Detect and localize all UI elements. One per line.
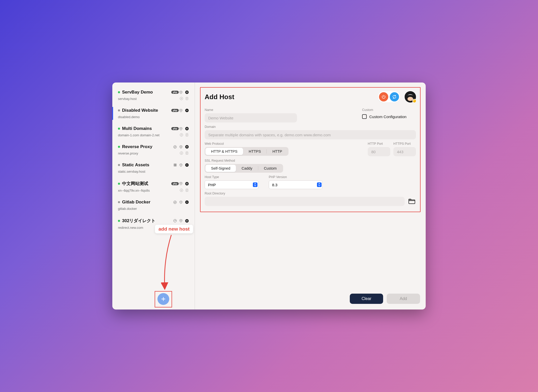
svg-rect-10 bbox=[186, 128, 187, 129]
protocol-option-https[interactable]: HTTPS bbox=[243, 148, 267, 155]
status-dot-icon bbox=[118, 164, 120, 166]
svg-rect-11 bbox=[187, 128, 187, 129]
root-directory-input[interactable] bbox=[205, 197, 405, 206]
app-window: ServBay Demophpservbay.hostDisabled Webs… bbox=[112, 82, 426, 310]
swap-icon bbox=[173, 200, 177, 204]
compass-icon bbox=[180, 97, 183, 100]
svg-point-27 bbox=[185, 182, 188, 185]
host-type-label: Host Type bbox=[205, 175, 258, 179]
play-icon bbox=[185, 108, 189, 112]
clear-button[interactable]: Clear bbox=[350, 294, 383, 304]
status-dot-icon bbox=[118, 146, 120, 148]
compass-icon bbox=[180, 225, 183, 229]
sidebar-host-item[interactable]: ServBay Demophpservbay.host bbox=[112, 86, 195, 104]
svg-rect-38 bbox=[186, 220, 187, 222]
refresh-button[interactable] bbox=[390, 92, 399, 101]
svg-rect-29 bbox=[187, 183, 187, 184]
domain-input[interactable] bbox=[205, 130, 416, 139]
ssl-option-custom[interactable]: Custom bbox=[258, 165, 282, 172]
redirect-icon bbox=[173, 219, 177, 223]
svg-rect-28 bbox=[186, 183, 187, 184]
compass-icon bbox=[180, 133, 183, 137]
status-dot-icon bbox=[118, 201, 120, 203]
host-name: Static Assets bbox=[122, 162, 171, 168]
document-icon bbox=[185, 225, 189, 229]
shield-icon bbox=[179, 127, 183, 131]
svg-point-0 bbox=[181, 92, 181, 92]
svg-rect-21 bbox=[175, 164, 176, 165]
protocol-label: Web Protocol bbox=[205, 142, 360, 146]
power-button[interactable] bbox=[379, 92, 388, 101]
ssl-option-self-signed[interactable]: Self-Signed bbox=[205, 165, 236, 172]
play-icon bbox=[185, 163, 189, 167]
ssl-label: SSL Request Method bbox=[205, 159, 416, 162]
sidebar-host-item[interactable]: 中文网站测试phpxn--6qq79v.xn--fiqs8s bbox=[112, 177, 195, 196]
svg-rect-16 bbox=[186, 146, 187, 148]
pause-icon bbox=[185, 90, 189, 94]
sidebar-host-item[interactable]: Gitlab Dockergitlab.docker bbox=[112, 196, 195, 214]
sidebar-host-item[interactable]: Disabled Websitephpdisabled.demo bbox=[112, 104, 195, 122]
pause-icon bbox=[185, 145, 189, 149]
avatar[interactable] bbox=[405, 91, 416, 102]
document-icon bbox=[185, 133, 189, 137]
pause-icon bbox=[185, 219, 189, 223]
host-type-select[interactable]: PHP bbox=[205, 180, 258, 189]
host-domain: servbay.host bbox=[118, 97, 179, 101]
svg-rect-39 bbox=[187, 220, 187, 222]
host-name: Multi Domains bbox=[122, 126, 171, 131]
host-name: Disabled Website bbox=[122, 108, 171, 113]
svg-point-24 bbox=[181, 164, 181, 165]
shield-icon bbox=[179, 163, 183, 167]
sidebar-host-item[interactable]: Multi Domainsphpdomain-1.com domain-2.ne… bbox=[112, 122, 195, 141]
ssl-segment: Self-Signed Caddy Custom bbox=[205, 164, 283, 173]
add-host-fab[interactable] bbox=[157, 293, 169, 305]
svg-point-26 bbox=[181, 183, 181, 184]
custom-config-checkbox[interactable]: Custom Configuration bbox=[362, 114, 416, 119]
avatar-verified-badge bbox=[412, 99, 416, 103]
protocol-segment: HTTP & HTTPS HTTPS HTTP bbox=[205, 147, 288, 156]
add-button[interactable]: Add bbox=[387, 294, 420, 304]
host-name: Gitlab Docker bbox=[122, 200, 171, 205]
https-port-label: HTTPS Port bbox=[393, 142, 416, 146]
svg-point-35 bbox=[174, 219, 176, 222]
svg-point-32 bbox=[174, 201, 176, 203]
svg-point-15 bbox=[185, 145, 188, 148]
status-dot-icon bbox=[118, 91, 120, 93]
play-icon bbox=[185, 200, 189, 204]
shield-icon bbox=[179, 200, 183, 204]
svg-point-36 bbox=[181, 220, 181, 221]
protocol-option-http[interactable]: HTTP bbox=[267, 148, 288, 155]
host-name: 302リダイレクト bbox=[122, 218, 171, 224]
form-highlight-frame: Add Host bbox=[200, 87, 421, 212]
host-name: ServBay Demo bbox=[122, 90, 171, 95]
sidebar: ServBay Demophpservbay.hostDisabled Webs… bbox=[112, 82, 195, 310]
http-port-input[interactable] bbox=[368, 147, 390, 156]
svg-point-37 bbox=[185, 219, 188, 222]
browse-folder-button[interactable] bbox=[408, 198, 416, 205]
svg-rect-22 bbox=[174, 165, 175, 166]
svg-rect-23 bbox=[175, 165, 176, 166]
page-title: Add Host bbox=[205, 93, 378, 101]
host-domain: static.servbay.host bbox=[118, 170, 189, 173]
ssl-option-caddy[interactable]: Caddy bbox=[236, 165, 258, 172]
host-domain: domain-1.com domain-2.net bbox=[118, 133, 179, 137]
svg-rect-2 bbox=[186, 91, 187, 93]
svg-point-1 bbox=[185, 90, 188, 94]
status-dot-icon bbox=[118, 220, 120, 222]
shield-x-icon bbox=[179, 145, 183, 149]
shield-icon bbox=[179, 109, 183, 112]
folder-icon bbox=[408, 198, 415, 204]
php-badge-icon: php bbox=[171, 109, 179, 112]
sidebar-host-item[interactable]: 302リダイレクトredirect.new.com bbox=[112, 214, 195, 233]
host-domain: xn--6qq79v.xn--fiqs8s bbox=[118, 189, 179, 192]
name-input[interactable] bbox=[205, 113, 297, 122]
pause-icon bbox=[185, 182, 189, 186]
host-domain: redirect.new.com bbox=[118, 226, 179, 230]
php-version-select[interactable]: 8.3 bbox=[269, 180, 323, 189]
https-port-input[interactable] bbox=[393, 147, 416, 156]
sidebar-host-item[interactable]: Reverse Proxyreverse.proxy bbox=[112, 141, 195, 159]
shield-icon bbox=[179, 219, 183, 223]
protocol-option-http-https[interactable]: HTTP & HTTPS bbox=[205, 148, 243, 155]
power-icon bbox=[381, 95, 386, 99]
sidebar-host-item[interactable]: Static Assetsstatic.servbay.host bbox=[112, 159, 195, 177]
